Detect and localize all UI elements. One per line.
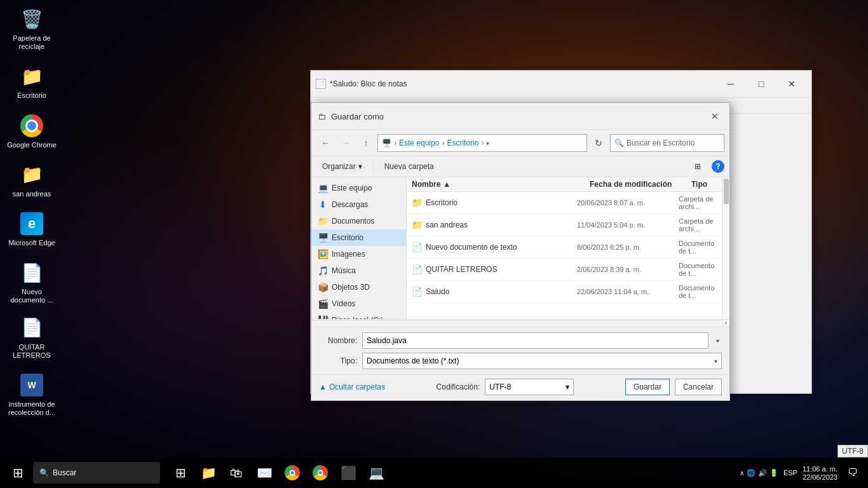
edge-icon: e bbox=[19, 211, 44, 236]
desktop: 🗑️ Papelera de reciclaje 📁 Escritorio Go… bbox=[0, 0, 868, 488]
notepad-title-icon: 📄 bbox=[316, 79, 326, 89]
file-row-escritorio[interactable]: 📁 Escritorio 20/06/2023 8:07 a. m. Carpe… bbox=[407, 192, 722, 214]
refresh-button[interactable]: ↻ bbox=[590, 134, 607, 152]
sidebar-item-escritorio[interactable]: 🖥️ Escritorio bbox=[311, 229, 406, 246]
file-row-quitar-letreros[interactable]: 📄 QUITAR LETREROS 2/06/2023 8:39 a. m. D… bbox=[407, 259, 722, 281]
dialog-title-area: 🗀 Guardar como bbox=[318, 112, 384, 121]
breadcrumb-dropdown-arrow[interactable]: ▾ bbox=[486, 140, 489, 147]
view-toggle-button[interactable]: ⊞ bbox=[689, 159, 707, 174]
objetos3d-icon: 📦 bbox=[318, 282, 328, 292]
col-nombre[interactable]: Nombre ▲ bbox=[412, 180, 590, 189]
descargas-icon: ⬇ bbox=[318, 200, 328, 210]
notepad-maximize-button[interactable]: □ bbox=[747, 74, 776, 93]
file-row-san-andreas[interactable]: 📁 san andreas 11/04/2023 5:04 p. m. Carp… bbox=[407, 214, 722, 236]
dialog-title-icon: 🗀 bbox=[318, 112, 326, 121]
col-tipo[interactable]: Tipo bbox=[691, 180, 717, 189]
new-folder-button[interactable]: Nueva carpeta bbox=[379, 159, 440, 174]
notepad-close-button[interactable]: ✕ bbox=[777, 74, 806, 93]
search-box[interactable]: 🔍 Buscar en Escritorio bbox=[610, 134, 724, 152]
desktop-icon-chrome[interactable]: Google Chrome bbox=[6, 113, 57, 149]
nav-forward-button[interactable]: → bbox=[337, 134, 355, 152]
desktop-icon-san-andreas[interactable]: 📁 san andreas bbox=[6, 162, 57, 198]
sidebar-item-videos[interactable]: 🎬 Vídeos bbox=[311, 295, 406, 312]
desktop-icon-quitar-letreros[interactable]: 📄 QUITARLETREROS bbox=[6, 315, 57, 360]
breadcrumb-sep-1: › bbox=[394, 139, 397, 147]
taskbar-search[interactable]: 🔍 Buscar bbox=[33, 462, 160, 484]
recycle-bin-label: Papelera de reciclaje bbox=[6, 34, 57, 51]
filename-dropdown-arrow[interactable]: ▾ bbox=[714, 337, 722, 344]
scroll-right-button[interactable]: › bbox=[722, 320, 729, 327]
notepad-titlebar: 📄 *Saludo: Bloc de notas ─ □ ✕ bbox=[311, 71, 811, 98]
desktop-icon-escritorio[interactable]: 📁 Escritorio bbox=[6, 64, 57, 100]
start-button[interactable]: ⊞ bbox=[5, 460, 31, 485]
sort-icon: ▲ bbox=[443, 180, 451, 189]
sidebar-item-disco-c[interactable]: 💾 Disco local (C:) bbox=[311, 312, 406, 319]
taskbar-language[interactable]: ESP bbox=[783, 469, 797, 477]
dialog-title: Guardar como bbox=[331, 112, 384, 121]
tray-chevron[interactable]: ∧ bbox=[740, 470, 744, 477]
videos-label: Vídeos bbox=[332, 299, 355, 308]
desktop-icon-instrumento[interactable]: W instrumento derecolección d... bbox=[6, 372, 57, 417]
toggle-folders-arrow: ▲ bbox=[319, 383, 327, 391]
file-row-saludo[interactable]: 📄 Saludo 22/06/2023 11:04 a. m. Document… bbox=[407, 281, 722, 303]
recycle-bin-icon: 🗑️ bbox=[19, 6, 44, 32]
notepad-minimize-button[interactable]: ─ bbox=[716, 74, 745, 93]
desktop-icon-recycle-bin[interactable]: 🗑️ Papelera de reciclaje bbox=[6, 6, 57, 51]
dialog-filelist: Nombre ▲ Fecha de modificación Tipo 📁 Es… bbox=[407, 177, 722, 319]
quitar-letreros-icon: 📄 bbox=[19, 315, 44, 341]
organize-button[interactable]: Organizar ▾ bbox=[316, 159, 368, 174]
search-icon: 🔍 bbox=[39, 468, 49, 477]
col-fecha[interactable]: Fecha de modificación bbox=[590, 180, 691, 189]
taskbar-store[interactable]: 🛍 bbox=[224, 460, 249, 485]
instrumento-label: instrumento derecolección d... bbox=[8, 400, 55, 417]
main-scrollbar[interactable] bbox=[722, 177, 729, 319]
breadcrumb-item-escritorio[interactable]: Escritorio bbox=[447, 139, 478, 147]
taskbar-mail[interactable]: ✉️ bbox=[252, 460, 277, 485]
file-date-saludo: 22/06/2023 11:04 a. m. bbox=[577, 288, 679, 295]
taskbar-chrome[interactable] bbox=[280, 460, 305, 485]
encoding-value: UTF-8 bbox=[489, 383, 511, 391]
taskbar-time[interactable]: 11:06 a. m. 22/06/2023 bbox=[803, 465, 837, 481]
tray-network[interactable]: 🌐 bbox=[747, 469, 756, 477]
sidebar-item-imagenes[interactable]: 🖼️ Imágenes bbox=[311, 246, 406, 262]
tray-speaker[interactable]: 🔊 bbox=[758, 469, 767, 477]
sidebar-item-descargas[interactable]: ⬇ Descargas bbox=[311, 196, 406, 213]
dialog-close-button[interactable]: ✕ bbox=[707, 108, 723, 125]
dialog-sidebar: 💻 Este equipo ⬇ Descargas 📁 Documentos 🖥… bbox=[311, 177, 407, 319]
nav-back-button[interactable]: ← bbox=[316, 134, 334, 152]
taskbar-chrome-alt[interactable] bbox=[308, 460, 333, 485]
dialog-bottom-fields: Nombre: ▾ Tipo: Documentos de texto (*.t… bbox=[311, 327, 729, 374]
desktop-icon-edge[interactable]: e Microsoft Edge bbox=[6, 211, 57, 247]
date-display: 22/06/2023 bbox=[803, 473, 837, 481]
taskbar-tablet[interactable]: 💻 bbox=[363, 460, 389, 485]
filetype-dropdown[interactable]: Documentos de texto (*.txt) ▾ bbox=[362, 353, 722, 369]
tray-battery[interactable]: 🔋 bbox=[770, 469, 778, 477]
filename-input[interactable] bbox=[362, 332, 709, 349]
taskbar-file-explorer[interactable]: 📁 bbox=[196, 460, 221, 485]
sidebar-item-musica[interactable]: 🎵 Música bbox=[311, 262, 406, 279]
file-row-nuevo-doc[interactable]: 📄 Nuevo documento de texto 8/06/2023 6:2… bbox=[407, 236, 722, 259]
toggle-folders-button[interactable]: ▲ Ocultar carpetas bbox=[319, 383, 385, 391]
file-name-nuevo-doc: 📄 Nuevo documento de texto bbox=[412, 242, 577, 252]
help-button[interactable]: ? bbox=[712, 160, 724, 173]
notepad-window: 📄 *Saludo: Bloc de notas ─ □ ✕ Archivo E… bbox=[310, 70, 812, 394]
nav-up-button[interactable]: ↑ bbox=[357, 134, 375, 152]
taskbar-terminal[interactable]: ⬛ bbox=[336, 460, 361, 485]
escritorio-label: Escritorio bbox=[17, 92, 46, 100]
cancel-button[interactable]: Cancelar bbox=[675, 379, 722, 395]
breadcrumb-item-equipo[interactable]: Este equipo bbox=[399, 139, 439, 147]
search-icon: 🔍 bbox=[614, 139, 624, 147]
sidebar-item-objetos3d[interactable]: 📦 Objetos 3D bbox=[311, 279, 406, 295]
desktop-icon-nuevo-documento[interactable]: 📄 Nuevodocumento ... bbox=[6, 260, 57, 304]
horizontal-scrollbar[interactable]: › bbox=[311, 319, 729, 327]
file-type-escritorio: Carpeta de archi... bbox=[679, 195, 717, 210]
filelist-header: Nombre ▲ Fecha de modificación Tipo bbox=[407, 177, 722, 192]
encoding-dropdown[interactable]: UTF-8 ▾ bbox=[485, 379, 574, 395]
taskbar-task-view[interactable]: ⊞ bbox=[168, 460, 193, 485]
sidebar-item-documentos[interactable]: 📁 Documentos bbox=[311, 213, 406, 229]
organize-label: Organizar bbox=[322, 162, 356, 171]
notification-center-button[interactable]: 🗨 bbox=[843, 460, 863, 485]
nuevo-doc-icon: 📄 bbox=[19, 260, 44, 285]
save-button[interactable]: Guardar bbox=[625, 379, 670, 395]
sidebar-item-este-equipo[interactable]: 💻 Este equipo bbox=[311, 180, 406, 196]
